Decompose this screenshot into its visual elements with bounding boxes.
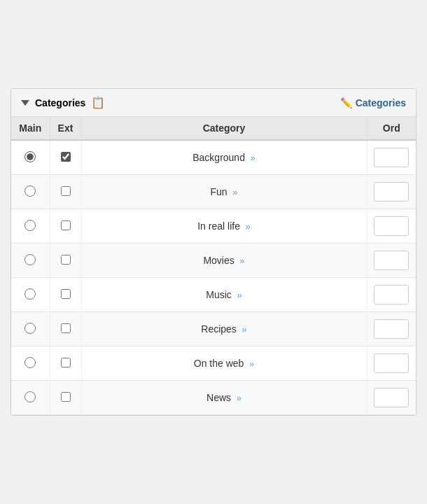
ord-input[interactable] <box>374 216 409 236</box>
category-arrow-link[interactable]: » <box>246 358 254 369</box>
ext-checkbox[interactable] <box>61 358 71 368</box>
edit-categories-label: Categories <box>356 97 406 108</box>
edit-categories-button[interactable]: ✏️ Categories <box>340 97 406 108</box>
table-header-row: Main Ext Category Ord <box>11 117 416 140</box>
category-arrow-link[interactable]: » <box>234 290 242 300</box>
ext-checkbox[interactable] <box>61 152 71 162</box>
header-ext: Ext <box>50 117 81 140</box>
category-arrow-link[interactable]: » <box>248 153 255 163</box>
ext-checkbox[interactable] <box>61 392 71 402</box>
category-name: Music <box>206 289 232 300</box>
ord-input[interactable] <box>374 319 409 339</box>
table-row: Background » <box>11 140 416 175</box>
ord-input[interactable] <box>374 354 409 373</box>
main-radio[interactable] <box>24 220 36 231</box>
panel-title: Categories <box>35 97 85 108</box>
panel-title-group: Categories 📋 <box>21 96 105 109</box>
main-radio[interactable] <box>24 323 36 334</box>
category-name: Fun <box>211 186 227 197</box>
main-radio[interactable] <box>24 186 36 197</box>
collapse-icon[interactable] <box>21 100 29 106</box>
ext-checkbox[interactable] <box>61 255 71 265</box>
main-radio[interactable] <box>24 357 36 368</box>
table-row: Movies » <box>11 244 416 278</box>
category-arrow-link[interactable]: » <box>239 324 247 335</box>
header-ord: Ord <box>367 117 416 140</box>
table-row: Recipes » <box>11 312 416 346</box>
table-row: News » <box>11 381 416 415</box>
category-arrow-link[interactable]: » <box>230 187 238 197</box>
ord-input[interactable] <box>374 182 409 202</box>
category-arrow-link[interactable]: » <box>243 221 251 232</box>
categories-panel: Categories 📋 ✏️ Categories Main Ext Cate… <box>10 88 416 416</box>
ord-input[interactable] <box>374 148 409 167</box>
category-name: On the web <box>194 358 244 369</box>
table-row: Fun » <box>11 175 416 209</box>
category-name: In real life <box>197 220 240 232</box>
table-row: Music » <box>11 278 416 312</box>
ext-checkbox[interactable] <box>61 186 71 196</box>
categories-table: Main Ext Category Ord Background »Fun »I… <box>11 117 416 415</box>
edit-icon: ✏️ <box>340 97 352 108</box>
notebook-icon: 📋 <box>91 96 105 109</box>
table-row: In real life » <box>11 209 416 244</box>
category-arrow-link[interactable]: » <box>237 255 245 266</box>
ord-input[interactable] <box>374 251 409 270</box>
main-radio[interactable] <box>24 391 36 402</box>
category-name: Background <box>192 152 245 163</box>
table-scroll-container[interactable]: Main Ext Category Ord Background »Fun »I… <box>11 117 416 415</box>
ext-checkbox[interactable] <box>61 220 71 230</box>
table-row: On the web » <box>11 346 416 381</box>
header-main: Main <box>11 117 50 140</box>
ord-input[interactable] <box>374 388 409 407</box>
category-arrow-link[interactable]: » <box>234 393 241 403</box>
panel-header: Categories 📋 ✏️ Categories <box>11 89 416 117</box>
ext-checkbox[interactable] <box>61 289 71 299</box>
category-name: Recipes <box>201 323 237 335</box>
main-radio[interactable] <box>24 254 36 265</box>
ext-checkbox[interactable] <box>61 323 71 333</box>
header-category: Category <box>81 117 367 140</box>
main-radio[interactable] <box>24 151 36 162</box>
main-radio[interactable] <box>24 288 36 300</box>
category-name: Movies <box>203 255 234 266</box>
ord-input[interactable] <box>374 285 409 304</box>
category-name: News <box>206 392 231 403</box>
